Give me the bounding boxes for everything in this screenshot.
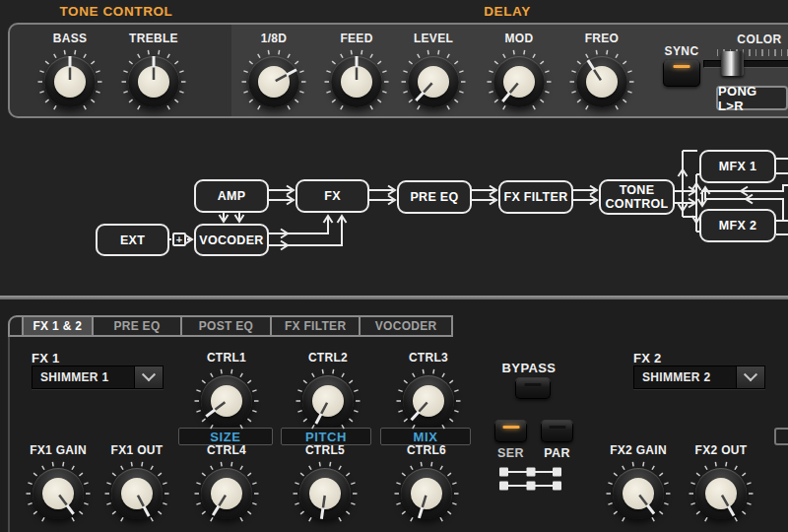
flow-node-vocoder: VOCODER xyxy=(194,224,269,256)
ctrl6-knob[interactable] xyxy=(392,459,461,528)
knob-unit-mod: MOD xyxy=(485,32,554,116)
flow-node-mfx1: MFX 1 xyxy=(699,150,776,183)
signal-flow-diagram xyxy=(0,138,788,305)
fx2-label: FX 2 xyxy=(633,351,662,366)
chevron-down-icon xyxy=(142,367,156,381)
knob-unit-fx1-out: FX1 OUT xyxy=(102,443,171,528)
knob-unit-ctrl3: CTRL3 xyxy=(394,351,463,435)
fx1-out-knob[interactable] xyxy=(102,459,171,528)
bypass-button[interactable] xyxy=(515,377,551,399)
bypass-label: BYPASS xyxy=(497,361,560,375)
par-lamp xyxy=(549,426,565,429)
knob-unit-ctrl2: CTRL2 xyxy=(294,351,362,435)
ctrl5-label: CTRL5 xyxy=(291,443,360,457)
knob-unit-fx1-gain: FX1 GAIN xyxy=(24,443,93,528)
tab-post-eq[interactable]: POST EQ xyxy=(182,317,272,335)
fx1-gain-knob[interactable] xyxy=(24,459,93,528)
knob-unit-fx2-gain: FX2 GAIN xyxy=(604,443,673,528)
pong-mode-display[interactable]: PONG L>R xyxy=(716,86,788,110)
delay-header: DELAY xyxy=(458,4,557,20)
mod-label: MOD xyxy=(485,32,554,45)
fx1-label: FX 1 xyxy=(32,351,60,366)
mix-plus-node: + xyxy=(172,233,186,246)
ctrl3-label: CTRL3 xyxy=(394,351,463,365)
color-slider-handle[interactable] xyxy=(721,51,744,76)
fx1-gain-label: FX1 GAIN xyxy=(24,443,93,457)
fx2-out-label: FX2 OUT xyxy=(687,443,755,457)
treble-knob[interactable] xyxy=(119,47,188,116)
ser-lamp xyxy=(502,426,519,429)
ctrl2-knob[interactable] xyxy=(294,366,362,435)
ctrl2-label: CTRL2 xyxy=(294,351,362,365)
fx-editor-screen: TONE CONTROL DELAY BASS TREBLE 1/8D FEED… xyxy=(0,0,788,532)
flow-node-mfx2: MFX 2 xyxy=(699,209,776,242)
bottom-tab-bar: FX 1 & 2 PRE EQ POST EQ FX FILTER VOCODE… xyxy=(8,315,453,337)
flow-node-tone-control: TONE CONTROL xyxy=(599,179,675,215)
sync-lamp xyxy=(674,65,690,68)
knob-unit-ctrl4: CTRL4 xyxy=(192,443,261,528)
freo-knob[interactable] xyxy=(567,47,636,116)
fx1-type-value: SHIMMER 1 xyxy=(33,366,134,388)
feed-knob[interactable] xyxy=(322,47,391,116)
knob-unit-level: LEVEL xyxy=(399,32,468,116)
fx2-type-value: SHIMMER 2 xyxy=(634,366,736,388)
flow-node-ext: EXT xyxy=(96,224,169,256)
knob-unit-ctrl1: CTRL1 xyxy=(192,351,261,435)
knob-unit-bass: BASS xyxy=(35,32,104,116)
par-button[interactable] xyxy=(541,420,573,442)
fx2-dropdown-button[interactable] xyxy=(736,366,764,388)
tab-fx-1-2[interactable]: FX 1 & 2 xyxy=(22,317,94,335)
sync-label: SYNC xyxy=(663,44,700,58)
flow-node-fx: FX xyxy=(296,179,369,213)
freo-label: FREO xyxy=(567,32,636,45)
bass-knob[interactable] xyxy=(35,47,104,116)
fx2-out-knob[interactable] xyxy=(687,459,755,528)
ser-par-routing-icon xyxy=(497,465,564,493)
tab-fx-filter[interactable]: FX FILTER xyxy=(272,317,361,335)
par-label: PAR xyxy=(541,446,573,460)
bottom-panel-border xyxy=(8,337,10,532)
fx1-type-dropdown[interactable]: SHIMMER 1 xyxy=(32,366,164,389)
fx2-gain-label: FX2 GAIN xyxy=(604,443,673,457)
knob-unit-feed: FEED xyxy=(322,32,391,116)
ctrl3-knob[interactable] xyxy=(394,366,463,435)
ser-label: SER xyxy=(494,446,527,460)
sync-button[interactable] xyxy=(663,59,700,87)
bass-label: BASS xyxy=(35,32,104,45)
level-knob[interactable] xyxy=(399,47,468,116)
fx2-type-dropdown[interactable]: SHIMMER 2 xyxy=(633,366,765,389)
bypass-lamp xyxy=(525,383,542,386)
level-label: LEVEL xyxy=(399,32,468,45)
fx1-dropdown-button[interactable] xyxy=(134,366,163,388)
tab-vocoder[interactable]: VOCODER xyxy=(361,317,451,335)
feed-label: FEED xyxy=(322,32,391,45)
ctrl5-knob[interactable] xyxy=(291,459,360,528)
ctrl1-knob[interactable] xyxy=(192,366,261,435)
knob-unit-fx2-out: FX2 OUT xyxy=(687,443,755,528)
mod-knob[interactable] xyxy=(485,47,554,116)
knob-unit-freo: FREO xyxy=(567,32,636,116)
ctrl4-label: CTRL4 xyxy=(192,443,261,457)
fx2-gain-knob[interactable] xyxy=(604,459,673,528)
tab-pre-eq[interactable]: PRE EQ xyxy=(94,317,183,335)
ser-button[interactable] xyxy=(494,420,527,442)
treble-label: TREBLE xyxy=(119,32,188,45)
flow-node-amp: AMP xyxy=(194,179,269,213)
delay-time-label: 1/8D xyxy=(239,32,308,45)
knob-unit-ctrl5: CTRL5 xyxy=(291,443,360,528)
delay-time-knob[interactable] xyxy=(239,47,308,116)
fx1-out-label: FX1 OUT xyxy=(102,443,171,457)
flow-node-fx-filter: FX FILTER xyxy=(498,180,573,214)
chevron-down-icon xyxy=(744,367,757,381)
ctrl4-knob[interactable] xyxy=(192,459,261,528)
ctrl1-label: CTRL1 xyxy=(192,351,261,365)
color-label: COLOR xyxy=(729,33,788,46)
right-edge-partial-box xyxy=(774,428,788,445)
color-slider-track[interactable] xyxy=(703,60,788,68)
knob-unit-ctrl6: CTRL6 xyxy=(392,443,461,528)
tone-control-header: TONE CONTROL xyxy=(47,4,185,20)
knob-unit-delay-time: 1/8D xyxy=(239,32,308,116)
knob-unit-treble: TREBLE xyxy=(119,32,188,116)
flow-node-pre-eq: PRE EQ xyxy=(397,180,472,214)
ctrl6-label: CTRL6 xyxy=(392,443,461,457)
